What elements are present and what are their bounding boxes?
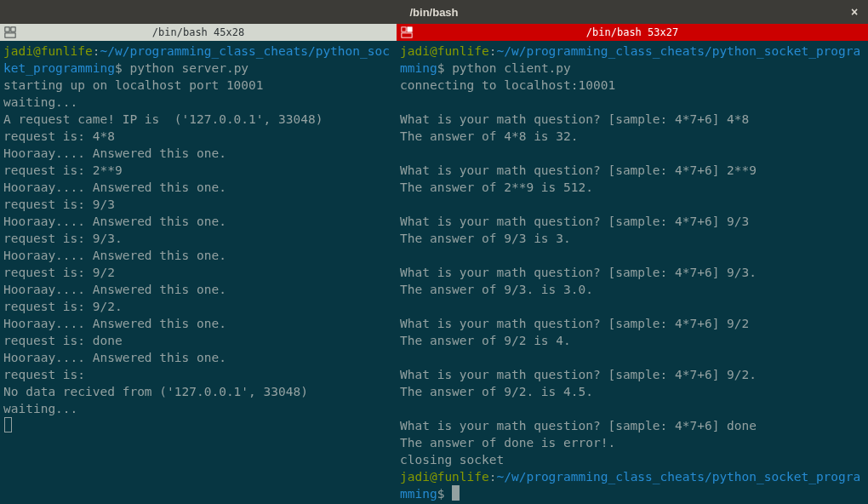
right-pane-header[interactable]: /bin/bash 53x27 — [397, 24, 868, 41]
left-terminal-body[interactable]: jadi@funlife:~/w/programming_class_cheat… — [0, 41, 397, 504]
output-line: What is your math question? [sample: 4*7… — [400, 163, 757, 177]
output-line: No data recived from ('127.0.0.1', 33048… — [3, 385, 308, 398]
output-line: What is your math question? [sample: 4*7… — [400, 368, 757, 381]
left-pane-title: /bin/bash 45x28 — [152, 26, 244, 38]
output-line: What is your math question? [sample: 4*7… — [400, 112, 749, 126]
terminal-split-icon — [400, 26, 414, 39]
window-title: /bin/bash — [409, 6, 458, 19]
right-pane: /bin/bash 53x27 jadi@funlife:~/w/program… — [397, 24, 868, 504]
output-line: waiting... — [3, 95, 77, 109]
close-icon[interactable]: × — [848, 5, 861, 19]
output-line: request is: 9/3. — [3, 232, 123, 245]
output-line: The answer of 9/2. is 4.5. — [400, 385, 593, 398]
svg-rect-3 — [402, 27, 406, 32]
output-line: request is: 4*8 — [3, 129, 115, 143]
output-line: Hooraay.... Answered this one. — [3, 146, 226, 160]
output-line: The answer of 2**9 is 512. — [400, 180, 593, 194]
svg-rect-1 — [11, 27, 15, 32]
output-line: The answer of 9/2 is 4. — [400, 334, 571, 347]
output-line: What is your math question? [sample: 4*7… — [400, 266, 757, 279]
command-text: python client.py — [452, 61, 571, 75]
left-pane: /bin/bash 45x28 jadi@funlife:~/w/program… — [0, 24, 397, 504]
prompt-user: jadi@funlife — [400, 44, 489, 58]
svg-rect-5 — [402, 33, 412, 37]
output-line: A request came! IP is ('127.0.0.1', 3304… — [3, 112, 323, 126]
output-line: Hooraay.... Answered this one. — [3, 283, 226, 296]
output-line: Hooraay.... Answered this one. — [3, 317, 226, 330]
output-line: What is your math question? [sample: 4*7… — [400, 215, 749, 228]
right-terminal-body[interactable]: jadi@funlife:~/w/programming_class_cheat… — [397, 41, 868, 504]
output-line: The answer of 4*8 is 32. — [400, 129, 579, 143]
output-line: The answer of 9/3 is 3. — [400, 232, 571, 245]
output-line: Hooraay.... Answered this one. — [3, 351, 226, 364]
svg-rect-2 — [5, 33, 15, 37]
output-line: Hooraay.... Answered this one. — [3, 215, 226, 228]
output-line: request is: 2**9 — [3, 163, 123, 177]
output-line: waiting... — [3, 402, 77, 415]
output-line: What is your math question? [sample: 4*7… — [400, 317, 749, 330]
output-line: closing socket — [400, 453, 504, 467]
command-text: python server.py — [129, 61, 248, 75]
prompt-user: jadi@funlife — [3, 44, 93, 58]
left-pane-header[interactable]: /bin/bash 45x28 — [0, 24, 397, 41]
output-line: request is: 9/3 — [3, 198, 115, 211]
right-pane-title: /bin/bash 53x27 — [586, 26, 678, 38]
window-titlebar: /bin/bash × — [0, 0, 868, 24]
prompt-user: jadi@funlife — [400, 470, 489, 484]
terminal-split-icon — [3, 26, 17, 39]
output-line: Hooraay.... Answered this one. — [3, 180, 226, 194]
terminal-panes: /bin/bash 45x28 jadi@funlife:~/w/program… — [0, 24, 868, 504]
output-line: request is: — [3, 368, 85, 381]
output-line: What is your math question? [sample: 4*7… — [400, 419, 757, 432]
output-line: starting up on localhost port 10001 — [3, 78, 264, 92]
cursor-icon — [452, 485, 460, 501]
output-line: request is: 9/2. — [3, 300, 123, 313]
output-line: request is: 9/2 — [3, 266, 115, 279]
svg-rect-0 — [5, 27, 9, 32]
output-line: connecting to localhost:10001 — [400, 78, 615, 92]
output-line: Hooraay.... Answered this one. — [3, 249, 226, 262]
output-line: The answer of 9/3. is 3.0. — [400, 283, 593, 296]
svg-rect-4 — [408, 27, 412, 32]
output-line: request is: done — [3, 334, 123, 347]
cursor-icon — [4, 417, 12, 432]
output-line: The answer of done is error!. — [400, 436, 615, 450]
